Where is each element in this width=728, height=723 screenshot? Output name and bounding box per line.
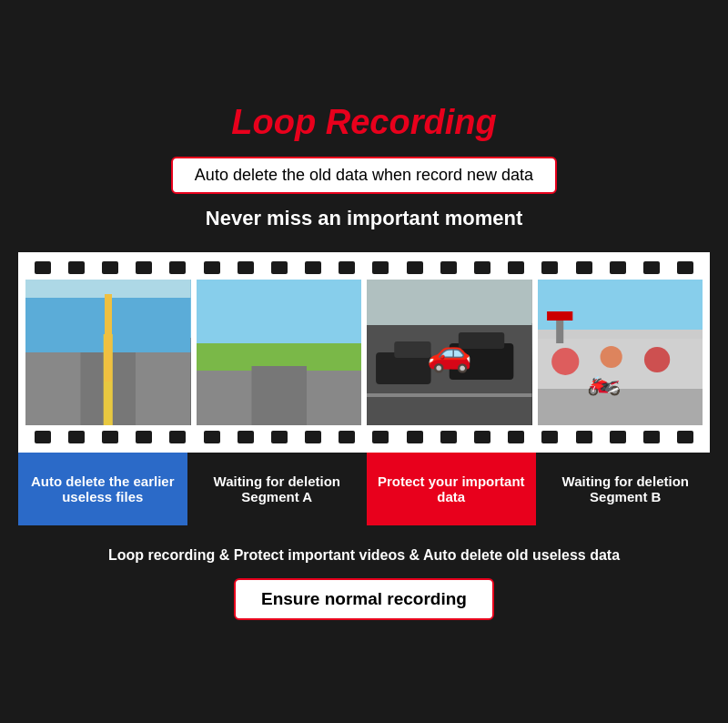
film-hole (305, 261, 321, 274)
film-hole (35, 431, 51, 443)
svg-rect-4 (25, 280, 191, 298)
film-hole (474, 431, 490, 443)
bottom-description: Loop recording & Protect important video… (108, 547, 620, 564)
film-hole (238, 261, 254, 274)
film-hole (372, 431, 389, 443)
film-hole (508, 261, 524, 274)
film-hole (372, 261, 389, 274)
film-strip (18, 252, 710, 453)
film-hole (136, 261, 152, 274)
film-hole (541, 431, 558, 443)
film-hole (169, 431, 186, 443)
film-hole (102, 431, 118, 443)
ensure-text: Ensure normal recording (261, 589, 467, 608)
film-hole (677, 261, 693, 274)
labels-row: Auto delete the earlier useless files Wa… (18, 453, 710, 525)
svg-point-20 (551, 348, 579, 375)
svg-rect-18 (538, 389, 703, 425)
film-hole (136, 431, 152, 443)
subtitle-text: Auto delete the old data when record new… (195, 166, 533, 184)
film-hole (339, 261, 355, 274)
film-image-road1 (25, 280, 191, 425)
film-hole (102, 261, 118, 274)
ensure-box: Ensure normal recording (234, 578, 494, 620)
svg-point-22 (643, 347, 669, 372)
label-waiting-a: Waiting for deletion Segment A (193, 453, 362, 525)
film-image-road2 (197, 280, 362, 425)
film-hole (643, 261, 660, 274)
svg-rect-12 (394, 341, 430, 358)
svg-rect-15 (367, 393, 532, 397)
film-hole (339, 431, 355, 443)
film-hole (238, 431, 254, 443)
label-waiting-b: Waiting for deletion Segment B (541, 453, 711, 525)
film-hole (508, 431, 524, 443)
svg-rect-5 (197, 280, 362, 343)
film-hole (440, 431, 457, 443)
svg-rect-3 (104, 334, 113, 425)
subtitle-box: Auto delete the old data when record new… (171, 157, 557, 194)
film-hole (204, 431, 220, 443)
film-hole (576, 431, 592, 443)
film-hole (643, 431, 660, 443)
film-hole (407, 431, 423, 443)
film-image-street (538, 280, 703, 425)
never-miss-text: Never miss an important moment (206, 207, 522, 230)
svg-rect-24 (547, 311, 572, 321)
page-title: Loop Recording (231, 103, 496, 142)
main-container: Loop Recording Auto delete the old data … (18, 103, 710, 620)
film-hole (610, 431, 626, 443)
svg-rect-9 (367, 280, 532, 325)
film-hole (610, 261, 626, 274)
film-hole (474, 261, 490, 274)
film-hole (440, 261, 457, 274)
film-hole (677, 431, 693, 443)
film-hole (68, 431, 85, 443)
film-hole (407, 261, 423, 274)
svg-point-21 (600, 346, 622, 368)
film-image-traffic (367, 280, 532, 425)
film-hole (541, 261, 558, 274)
label-auto-delete: Auto delete the earlier useless files (18, 453, 187, 525)
label-protect: Protect your important data (367, 453, 536, 525)
film-hole (35, 261, 51, 274)
film-holes-top (25, 261, 703, 274)
film-hole (271, 261, 288, 274)
svg-rect-14 (459, 332, 504, 349)
film-hole (68, 261, 85, 274)
film-images-row (25, 280, 703, 425)
film-hole (204, 261, 220, 274)
film-holes-bottom (25, 431, 703, 443)
svg-rect-8 (251, 366, 307, 425)
film-hole (271, 431, 288, 443)
film-hole (169, 261, 186, 274)
film-hole (576, 261, 592, 274)
film-hole (305, 431, 321, 443)
